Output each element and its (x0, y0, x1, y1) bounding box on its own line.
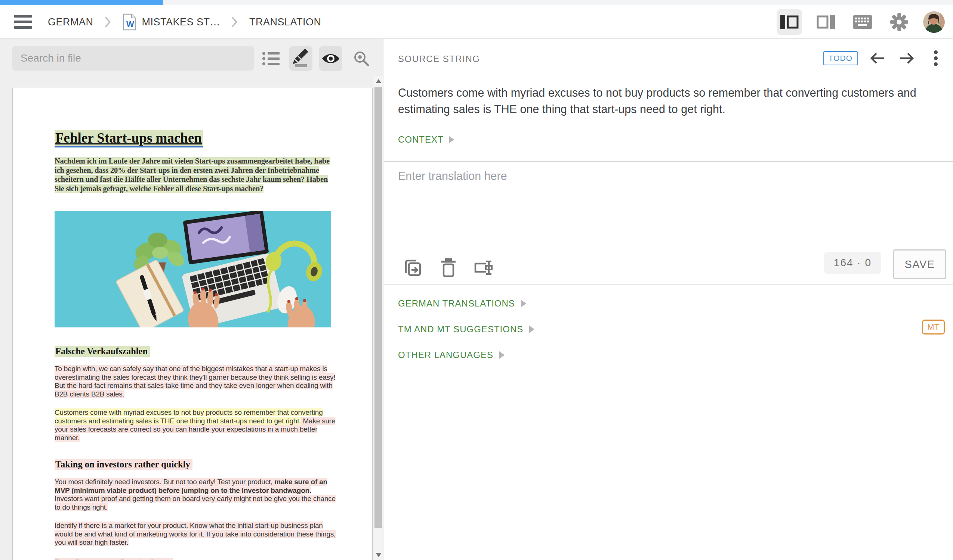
scroll-down-icon[interactable] (376, 553, 382, 557)
document-scrollbar[interactable] (373, 76, 383, 560)
source-string-label: SOURCE STRING (398, 54, 480, 64)
translation-input[interactable] (398, 170, 933, 259)
expander-arrow-icon (521, 300, 526, 307)
section-other-languages[interactable]: OTHER LANGUAGES (398, 346, 504, 364)
status-badge[interactable]: TODO (823, 51, 858, 65)
breadcrumb: GERMAN W MISTAKES ST… TRANSLATION (48, 5, 321, 39)
arrow-right-icon (899, 52, 915, 65)
scrollbar-thumb[interactable] (374, 87, 382, 528)
translation-actions (402, 256, 495, 279)
side-by-side-layout-button[interactable] (777, 9, 802, 35)
panel-left-layout-icon (780, 15, 799, 29)
strings-list-button[interactable] (259, 46, 282, 71)
kebab-menu-icon (934, 50, 938, 67)
document-photo (54, 211, 331, 327)
top-bar: GERMAN W MISTAKES ST… TRANSLATION (0, 5, 953, 39)
comfortable-layout-button[interactable] (813, 9, 839, 35)
divider (384, 285, 953, 285)
progress-bar (0, 0, 163, 5)
tag-link[interactable]: Entrepreneur (75, 558, 116, 560)
progress-track (0, 0, 953, 5)
preview-mode-button[interactable] (319, 46, 342, 71)
edit-mode-button[interactable] (289, 46, 312, 71)
panel-right-layout-icon (816, 15, 835, 29)
select-text-button[interactable] (472, 256, 495, 279)
breadcrumb-file[interactable]: MISTAKES ST… (142, 16, 220, 28)
svg-text:W: W (126, 19, 134, 29)
scroll-up-icon[interactable] (376, 79, 382, 83)
chevron-right-icon (231, 16, 238, 28)
user-avatar[interactable] (923, 11, 945, 33)
doc-paragraph-customers: Customers come with myriad excuses to no… (54, 408, 337, 442)
word-document-icon: W (123, 14, 136, 31)
doc-tags: Tags: Entrepreneur, Founder, Startup (54, 558, 331, 560)
doc-heading-sales: Falsche Verkaufszahlen (54, 346, 331, 357)
delete-translation-button[interactable] (437, 256, 460, 279)
doc-heading-investors: Taking on investors rather quickly (54, 459, 331, 470)
translation-panel: SOURCE STRING TODO Customers come with m… (384, 39, 953, 560)
previous-string-button[interactable] (868, 48, 887, 68)
context-expander[interactable]: CONTEXT (398, 135, 454, 145)
keyboard-icon (853, 15, 872, 29)
doc-paragraph-market: Identify if there is a market for your p… (54, 521, 337, 547)
tag-link[interactable]: Founder (120, 558, 146, 560)
section-german-translations[interactable]: GERMAN TRANSLATIONS (398, 294, 526, 313)
more-options-button[interactable] (926, 48, 945, 68)
hamburger-menu-icon[interactable] (14, 15, 32, 29)
next-string-button[interactable] (897, 48, 916, 68)
edit-pencil-icon (293, 49, 309, 68)
tag-link[interactable]: Startup (150, 558, 173, 560)
copy-source-icon (403, 258, 424, 278)
document-preview-panel: Fehler Start-ups machen Nachdem ich im L… (0, 39, 383, 560)
selected-string-highlight[interactable]: Customers come with myriad excuses to no… (54, 408, 323, 425)
settings-gear-icon (890, 13, 908, 31)
doc-paragraph-investors: You most definitely need investors. But … (54, 478, 337, 512)
source-string-text: Customers come with myriad excuses to no… (398, 84, 933, 117)
arrow-left-icon (869, 52, 886, 65)
zoom-in-icon (353, 50, 370, 67)
doc-title: Fehler Start-ups machen (54, 130, 331, 146)
keyboard-shortcuts-button[interactable] (850, 9, 875, 35)
expander-arrow-icon (449, 136, 454, 143)
string-controls: TODO (823, 48, 945, 68)
search-input[interactable] (12, 46, 254, 71)
doc-paragraph-sales: To begin with, we can safely say that on… (54, 365, 337, 398)
zoom-in-button[interactable] (350, 46, 373, 71)
expander-arrow-icon (529, 326, 534, 333)
save-button[interactable]: SAVE (893, 249, 946, 279)
char-counter: 164 · 0 (824, 252, 881, 274)
expander-arrow-icon (499, 351, 504, 359)
breadcrumb-language[interactable]: GERMAN (48, 16, 93, 28)
preview-eye-icon (321, 52, 340, 65)
header-actions (777, 5, 945, 39)
document-page: Fehler Start-ups machen Nachdem ich im L… (12, 88, 373, 560)
settings-button[interactable] (886, 9, 912, 35)
strings-list-icon (262, 51, 279, 66)
select-text-icon (473, 258, 494, 277)
copy-source-button[interactable] (402, 256, 425, 279)
divider (384, 161, 953, 162)
breadcrumb-mode: TRANSLATION (249, 16, 321, 28)
mt-badge: MT (922, 320, 945, 334)
doc-intro-paragraph: Nachdem ich im Laufe der Jahre mit viele… (54, 156, 335, 193)
chevron-right-icon (105, 16, 111, 28)
section-tm-mt-suggestions[interactable]: TM AND MT SUGGESTIONS (398, 320, 534, 339)
trash-icon (440, 258, 457, 278)
